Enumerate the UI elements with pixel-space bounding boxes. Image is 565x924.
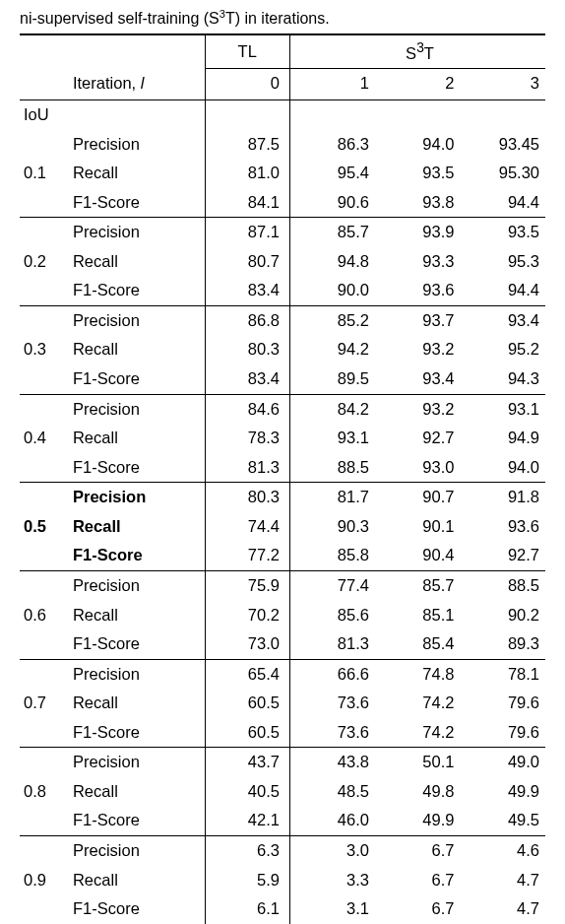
data-cell: 92.7: [375, 424, 460, 453]
data-cell: 95.4: [289, 159, 374, 188]
data-cell: 48.5: [289, 777, 374, 807]
metric-label: Recall: [73, 777, 205, 807]
metric-label: F1-Score: [73, 629, 205, 659]
metric-label: Precision: [73, 218, 205, 247]
data-cell: 5.9: [205, 866, 289, 895]
data-cell: 6.3: [205, 836, 289, 866]
data-cell: 66.6: [289, 659, 374, 689]
data-cell: 93.1: [460, 394, 545, 424]
iou-section-row: IoU: [20, 99, 545, 129]
data-cell: 80.3: [205, 483, 289, 512]
data-cell: 89.3: [460, 629, 545, 659]
data-cell: 94.4: [460, 276, 545, 305]
data-cell: 93.0: [375, 453, 460, 483]
data-cell: 40.5: [205, 777, 289, 807]
data-cell: 65.4: [205, 659, 289, 689]
data-cell: 93.8: [375, 188, 460, 218]
empty-cell: [205, 99, 289, 129]
table-row: 0.2Recall80.794.893.395.3: [20, 247, 545, 277]
s3t-header: S3T: [289, 34, 545, 69]
data-cell: 91.8: [460, 483, 545, 512]
metric-label: Recall: [73, 247, 205, 277]
data-cell: 83.4: [205, 276, 289, 305]
data-cell: 93.7: [375, 305, 460, 335]
table-caption: ni-supervised self-training (S3T) in ite…: [20, 8, 545, 28]
data-cell: 81.3: [205, 453, 289, 483]
table-row: Precision84.684.293.293.1: [20, 394, 545, 424]
data-cell: 85.2: [289, 305, 374, 335]
data-cell: 93.6: [375, 276, 460, 305]
data-cell: 88.5: [460, 570, 545, 600]
data-cell: 49.9: [375, 806, 460, 835]
iteration-label: Iteration, l: [73, 69, 205, 100]
data-cell: 85.6: [289, 601, 374, 630]
empty-cell: [20, 34, 73, 69]
data-cell: 81.7: [289, 483, 374, 512]
metric-label: F1-Score: [73, 806, 205, 835]
caption-suffix: T) in iterations.: [225, 10, 330, 27]
iou-value: 0.5: [20, 512, 73, 542]
empty-cell: [20, 718, 73, 748]
metric-label: F1-Score: [73, 188, 205, 218]
table-row: Precision6.33.06.74.6: [20, 836, 545, 866]
empty-cell: [20, 218, 73, 247]
data-cell: 74.2: [375, 689, 460, 718]
empty-cell: [20, 894, 73, 924]
metric-label: Recall: [73, 424, 205, 453]
data-cell: 87.1: [205, 218, 289, 247]
data-cell: 94.3: [460, 364, 545, 394]
data-cell: 74.8: [375, 659, 460, 689]
data-cell: 6.7: [375, 836, 460, 866]
data-cell: 90.6: [289, 188, 374, 218]
iou-value: 0.4: [20, 424, 73, 453]
data-cell: 95.30: [460, 159, 545, 188]
data-cell: 4.7: [460, 866, 545, 895]
data-cell: 85.8: [289, 541, 374, 570]
table-row: 0.7Recall60.573.674.279.6: [20, 689, 545, 718]
table-row: F1-Score81.388.593.094.0: [20, 453, 545, 483]
table-row: Precision65.466.674.878.1: [20, 659, 545, 689]
metric-label: F1-Score: [73, 276, 205, 305]
data-cell: 79.6: [460, 718, 545, 748]
iou-value: 0.6: [20, 601, 73, 630]
data-cell: 3.1: [289, 894, 374, 924]
iou-value: 0.7: [20, 689, 73, 718]
data-cell: 73.6: [289, 689, 374, 718]
table-row: F1-Score6.13.16.74.7: [20, 894, 545, 924]
empty-cell: [20, 305, 73, 335]
data-cell: 73.6: [289, 718, 374, 748]
data-cell: 93.6: [460, 512, 545, 542]
data-cell: 90.1: [375, 512, 460, 542]
metric-label: Precision: [73, 130, 205, 160]
empty-cell: [20, 541, 73, 570]
iou-value: 0.3: [20, 335, 73, 364]
data-cell: 3.0: [289, 836, 374, 866]
data-cell: 94.8: [289, 247, 374, 277]
data-cell: 93.5: [375, 159, 460, 188]
table-row: F1-Score60.573.674.279.6: [20, 718, 545, 748]
metric-label: Recall: [73, 335, 205, 364]
caption-prefix: ni-supervised self-training (S: [20, 10, 220, 27]
metric-label: Recall: [73, 512, 205, 542]
metric-label: Precision: [73, 659, 205, 689]
empty-cell: [20, 483, 73, 512]
empty-cell: [20, 394, 73, 424]
data-cell: 46.0: [289, 806, 374, 835]
data-cell: 86.8: [205, 305, 289, 335]
table-row: F1-Score83.489.593.494.3: [20, 364, 545, 394]
metric-label: F1-Score: [73, 541, 205, 570]
empty-cell: [375, 99, 460, 129]
empty-cell: [20, 748, 73, 777]
empty-cell: [20, 188, 73, 218]
data-cell: 93.4: [460, 305, 545, 335]
data-cell: 90.7: [375, 483, 460, 512]
data-cell: 90.4: [375, 541, 460, 570]
data-cell: 4.7: [460, 894, 545, 924]
table-row: F1-Score77.285.890.492.7: [20, 541, 545, 570]
data-cell: 77.2: [205, 541, 289, 570]
metric-label: Precision: [73, 305, 205, 335]
data-cell: 93.2: [375, 394, 460, 424]
data-cell: 85.7: [289, 218, 374, 247]
col-it0: 0: [205, 69, 289, 100]
data-cell: 43.8: [289, 748, 374, 777]
